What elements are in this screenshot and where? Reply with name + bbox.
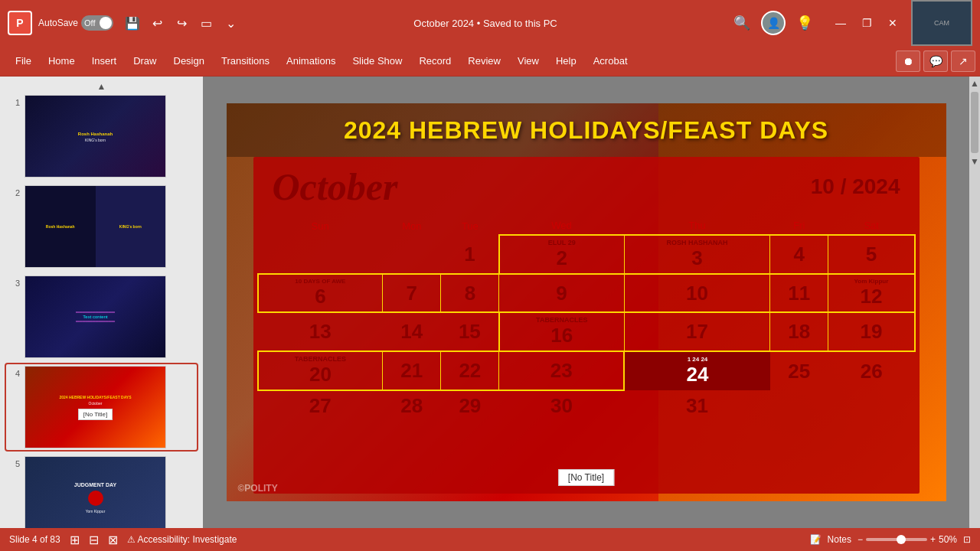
ribbon-menu: File Home Insert Draw Design Transitions… bbox=[0, 46, 980, 77]
scroll-down-arrow[interactable]: ▼ bbox=[970, 156, 979, 167]
autosave-label: AutoSave bbox=[38, 18, 78, 28]
panel-scroll-up[interactable]: ▲ bbox=[6, 80, 197, 93]
cal-day-29: 29 bbox=[441, 390, 499, 421]
ribbon-transitions[interactable]: Transitions bbox=[214, 49, 277, 73]
no-title-box[interactable]: [No Title] bbox=[558, 469, 614, 486]
slide-item-2[interactable]: 2 Rosh Hashanah KING's born bbox=[6, 184, 197, 269]
ribbon-design[interactable]: Design bbox=[166, 49, 212, 73]
zoom-out-icon[interactable]: − bbox=[858, 534, 863, 545]
notes-label: Notes bbox=[828, 534, 851, 545]
cal-day-22: 22 bbox=[441, 351, 499, 390]
calendar-table: Sun Mon Tue Wed Thu Fri Sat bbox=[257, 217, 916, 421]
zoom-percent: 50% bbox=[939, 534, 957, 545]
cal-row-3: 13 14 15 TABERNACLES 16 17 18 19 bbox=[258, 312, 915, 351]
autosave-toggle[interactable]: Off bbox=[81, 15, 113, 31]
calendar-header: October 10 / 2024 bbox=[257, 157, 916, 217]
ribbon-record[interactable]: Record bbox=[411, 49, 459, 73]
cal-day-11: 11 bbox=[770, 274, 828, 312]
fit-page-icon[interactable]: ⊡ bbox=[963, 534, 971, 545]
cal-day-13: 13 bbox=[258, 312, 383, 351]
cal-row-1: 1 ELUL 29 2 ROSH HASHANAH 3 4 5 bbox=[258, 235, 915, 274]
titlebar: P AutoSave Off 💾 ↩ ↪ ▭ ⌄ October 2024 • … bbox=[0, 0, 980, 46]
cal-day-empty-2 bbox=[383, 235, 441, 274]
slide-panel: ▲ 1 Rosh Hashanah KING's born 2 Rosh Has… bbox=[0, 77, 203, 528]
notes-icon[interactable]: 📝 bbox=[810, 534, 822, 545]
slide-number-4: 4 bbox=[8, 369, 20, 378]
ribbon-review[interactable]: Review bbox=[460, 49, 508, 73]
reading-view-icon[interactable]: ⊠ bbox=[108, 533, 118, 547]
save-icon[interactable]: 💾 bbox=[122, 13, 142, 33]
ribbon-draw[interactable]: Draw bbox=[126, 49, 164, 73]
cal-day-9: 9 bbox=[499, 274, 624, 312]
slide-main-title: 2024 HEBREW HOLIDAYS/FEAST DAYS bbox=[344, 116, 828, 145]
accessibility-warning[interactable]: ⚠ Accessibility: Investigate bbox=[127, 534, 237, 545]
search-icon[interactable]: 🔍 bbox=[730, 11, 753, 34]
ribbon-help[interactable]: Help bbox=[548, 49, 584, 73]
more-icon[interactable]: ⌄ bbox=[220, 13, 240, 33]
title-bar-icons: 🔍 👤 💡 bbox=[730, 11, 816, 35]
user-avatar[interactable]: 👤 bbox=[761, 11, 786, 35]
ribbon-animations[interactable]: Animations bbox=[279, 49, 343, 73]
status-left: Slide 4 of 83 ⊞ ⊟ ⊠ ⚠ Accessibility: Inv… bbox=[9, 533, 237, 547]
slide-item-3[interactable]: 3 ════════════ Text content ════════════ bbox=[6, 274, 197, 360]
cal-day-21: 21 bbox=[383, 351, 441, 390]
cal-row-2: 10 DAYS OF AWE 6 7 8 9 10 11 Yom Kippur … bbox=[258, 274, 915, 312]
slide-thumbnail-4: 2024 HEBREW HOLIDAYS/FEAST DAYS October … bbox=[24, 366, 166, 448]
close-button[interactable]: ✕ bbox=[880, 11, 905, 35]
minimize-button[interactable]: — bbox=[828, 11, 853, 35]
undo-icon[interactable]: ↩ bbox=[147, 13, 167, 33]
zoom-in-icon[interactable]: + bbox=[930, 534, 936, 545]
slide-thumbnail-5: JUDGMENT DAY Yom Kippur bbox=[24, 456, 166, 528]
ribbon-home[interactable]: Home bbox=[41, 49, 83, 73]
record-btn[interactable]: ⏺ bbox=[896, 51, 920, 72]
grid-view-icon[interactable]: ⊟ bbox=[89, 533, 99, 547]
calendar-area: October 10 / 2024 Sun Mon Tue Wed Thu Fr… bbox=[257, 157, 916, 486]
present-icon[interactable]: ▭ bbox=[196, 13, 216, 33]
ribbon-insert[interactable]: Insert bbox=[84, 49, 125, 73]
main-area: ▲ 1 Rosh Hashanah KING's born 2 Rosh Has… bbox=[0, 77, 980, 528]
cal-day-4: 4 bbox=[770, 235, 828, 274]
ribbon-acrobat[interactable]: Acrobat bbox=[586, 49, 635, 73]
slide-view-icon[interactable]: ⊞ bbox=[70, 533, 80, 547]
slide-thumbnail-1: Rosh Hashanah KING's born bbox=[24, 95, 166, 178]
year-label: 10 / 2024 bbox=[811, 174, 900, 199]
restore-button[interactable]: ❐ bbox=[854, 11, 879, 35]
slide-thumbnail-2: Rosh Hashanah KING's born bbox=[24, 185, 166, 268]
cal-day-8: 8 bbox=[441, 274, 499, 312]
lightbulb-icon[interactable]: 💡 bbox=[793, 11, 816, 34]
slide-item-5[interactable]: 5 JUDGMENT DAY Yom Kippur bbox=[6, 455, 197, 528]
toggle-off-label: Off bbox=[84, 18, 95, 28]
ribbon-right-controls: ⏺ 💬 ↗ bbox=[896, 51, 980, 72]
zoom-knob bbox=[897, 535, 906, 544]
ribbon-slideshow[interactable]: Slide Show bbox=[345, 49, 410, 73]
cal-day-1: 1 bbox=[441, 235, 499, 274]
redo-icon[interactable]: ↪ bbox=[172, 13, 191, 33]
zoom-slider[interactable] bbox=[866, 538, 927, 541]
day-fri: Fri bbox=[770, 217, 828, 235]
ribbon-view[interactable]: View bbox=[510, 49, 547, 73]
cal-day-25: 25 bbox=[770, 351, 828, 390]
slide-number-5: 5 bbox=[8, 459, 20, 468]
slide-number-1: 1 bbox=[8, 98, 20, 107]
cal-row-4: TABERNACLES 20 21 22 23 1 24 24 24 25 bbox=[258, 351, 915, 390]
cal-day-20: TABERNACLES 20 bbox=[258, 351, 383, 390]
cal-day-30: 30 bbox=[499, 390, 624, 421]
cal-day-19: 19 bbox=[828, 312, 915, 351]
cal-day-16: TABERNACLES 16 bbox=[499, 312, 624, 351]
watermark: ©POLITY bbox=[238, 483, 278, 494]
cal-day-15: 15 bbox=[441, 312, 499, 351]
cal-empty-7 bbox=[828, 390, 915, 421]
zoom-control: − + 50% bbox=[858, 534, 957, 545]
document-title: October 2024 • Saved to this PC bbox=[247, 18, 724, 29]
scroll-up-arrow[interactable]: ▲ bbox=[970, 78, 979, 89]
comment-btn[interactable]: 💬 bbox=[923, 51, 948, 72]
day-wed: Wed bbox=[499, 217, 624, 235]
cal-day-27: 27 bbox=[258, 390, 383, 421]
slide-item-1[interactable]: 1 Rosh Hashanah KING's born bbox=[6, 93, 197, 179]
slide-canvas: 2024 HEBREW HOLIDAYS/FEAST DAYS October … bbox=[227, 103, 946, 501]
share-btn[interactable]: ↗ bbox=[951, 51, 975, 72]
scroll-thumb[interactable] bbox=[971, 92, 978, 153]
ribbon-file[interactable]: File bbox=[8, 49, 39, 73]
slide-item-4[interactable]: 4 2024 HEBREW HOLIDAYS/FEAST DAYS Octobe… bbox=[6, 364, 197, 450]
status-right: 📝 Notes − + 50% ⊡ bbox=[810, 534, 971, 545]
